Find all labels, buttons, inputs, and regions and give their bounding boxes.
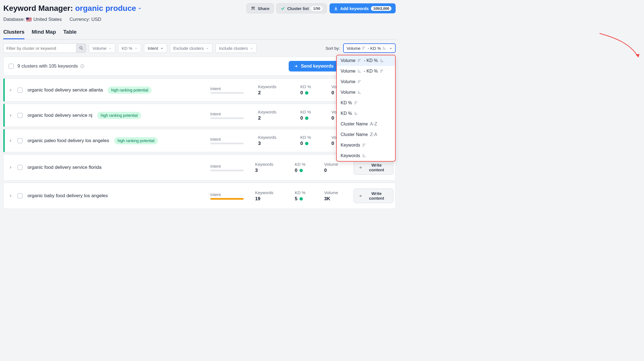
sort-option-label: KD % (341, 111, 352, 116)
add-keywords-count: 105/2,000 (371, 6, 391, 11)
cluster-title[interactable]: organic food delivery service florida (28, 165, 101, 170)
sort-by-dropdown[interactable]: Volume - KD % (343, 43, 396, 53)
sort-option-label: Volume (341, 69, 355, 74)
exclude-clusters-filter[interactable]: Exclude clusters (170, 43, 213, 53)
row-checkbox[interactable] (18, 165, 23, 170)
check-icon (281, 6, 285, 11)
row-checkbox[interactable] (18, 113, 23, 118)
keywords-label: Keywords (258, 84, 291, 89)
sort-option[interactable]: Volume (337, 76, 395, 87)
sort-option-label-b: - KD % (364, 69, 378, 74)
volume-filter[interactable]: Volume (89, 43, 115, 53)
include-clusters-filter[interactable]: Include clusters (215, 43, 257, 53)
info-icon[interactable] (80, 64, 84, 68)
row-checkbox[interactable] (18, 138, 23, 143)
sort-desc-icon (358, 80, 361, 83)
intent-bar (210, 117, 244, 119)
volume-filter-label: Volume (93, 46, 106, 51)
tab-mindmap[interactable]: Mind Map (32, 27, 56, 39)
expand-chevron-icon[interactable] (9, 88, 13, 92)
kd-label: KD % (300, 110, 323, 114)
sort-option[interactable]: Cluster NameA-Z (337, 119, 395, 129)
row-checkbox[interactable] (18, 193, 23, 198)
sort-desc-icon (362, 144, 366, 147)
svg-point-1 (253, 7, 255, 8)
database-label-wrap: Database: United States (3, 17, 62, 22)
kd-filter[interactable]: KD % (118, 43, 141, 53)
expand-chevron-icon[interactable] (9, 194, 13, 198)
keywords-value: 3 (255, 168, 286, 173)
cluster-title[interactable]: organic paleo food delivery los angeles (28, 138, 109, 144)
write-content-button[interactable]: Write content (354, 189, 393, 203)
kd-label: KD % (300, 84, 323, 89)
sort-asc-icon (358, 70, 361, 73)
page-title-static: Keyword Manager: (3, 4, 73, 13)
sort-desc-icon (362, 46, 366, 50)
volume-value: 0 (324, 168, 345, 173)
share-button[interactable]: Share (246, 3, 274, 13)
send-icon (358, 194, 362, 198)
intent-bar (210, 143, 244, 144)
tab-clusters[interactable]: Clusters (3, 27, 24, 39)
sort-option[interactable]: Volume (337, 87, 395, 98)
write-content-button[interactable]: Write content (354, 160, 393, 175)
view-tabs: Clusters Mind Map Table (2, 27, 397, 39)
kd-dot-icon (305, 142, 308, 145)
send-keywords-button[interactable]: Send keywords (289, 61, 338, 71)
sort-asc-icon (383, 46, 386, 50)
svg-line-3 (82, 49, 83, 50)
svg-point-43 (82, 65, 83, 66)
cluster-title[interactable]: organic baby food delivery los angeles (28, 193, 108, 199)
kd-filter-label: KD % (122, 46, 132, 51)
exclude-clusters-label: Exclude clusters (173, 46, 204, 51)
kd-value: 0 (295, 168, 315, 173)
expand-chevron-icon[interactable] (9, 139, 13, 143)
keyword-list-dropdown[interactable]: organic produce (75, 4, 142, 13)
sort-option[interactable]: KD % (337, 108, 395, 119)
sort-option[interactable]: Volume- KD % (337, 66, 395, 76)
sort-option[interactable]: Volume- KD % (337, 55, 395, 66)
sort-asc-icon (362, 154, 366, 157)
tab-table[interactable]: Table (63, 27, 77, 39)
svg-point-2 (80, 47, 82, 49)
chevron-down-icon (138, 6, 142, 10)
high-ranking-potential-tag: high ranking potential (114, 137, 158, 144)
keywords-label: Keywords (255, 190, 286, 195)
chevron-down-icon (389, 47, 392, 50)
cluster-title[interactable]: organic food delivery service nj (28, 113, 92, 118)
expand-chevron-icon[interactable] (9, 165, 13, 169)
add-keywords-button[interactable]: Add keywords 105/2,000 (330, 3, 396, 13)
database-value: United States (33, 17, 62, 22)
sort-option[interactable]: Keywords (337, 150, 395, 161)
intent-filter-label: Intent (148, 46, 158, 51)
sort-option[interactable]: Cluster NameZ-A (337, 129, 395, 140)
filter-search-button[interactable] (76, 43, 86, 53)
sort-option-label: Cluster Name (341, 132, 368, 137)
volume-label: Volume (324, 190, 345, 195)
kd-value: 0 (300, 90, 323, 96)
intent-label: Intent (210, 137, 249, 142)
add-keywords-label: Add keywords (340, 6, 369, 11)
send-icon (294, 64, 298, 68)
row-checkbox[interactable] (18, 88, 23, 93)
sort-option-suffix: Z-A (370, 132, 377, 137)
kd-value: 0 (300, 115, 323, 121)
currency-label: Currency: (69, 17, 90, 22)
cluster-list-label: Cluster list (287, 6, 309, 11)
expand-chevron-icon[interactable] (9, 113, 13, 117)
kd-value: 0 (300, 141, 323, 146)
intent-filter[interactable]: Intent (144, 43, 167, 53)
sort-option[interactable]: Keywords (337, 140, 395, 150)
intent-bar (210, 170, 244, 171)
cluster-list-button[interactable]: Cluster list 1/50 (276, 3, 327, 13)
filter-input[interactable] (3, 43, 76, 53)
chevron-down-icon (206, 47, 209, 50)
currency-value: USD (91, 17, 101, 22)
select-all-checkbox[interactable] (9, 64, 14, 69)
include-clusters-label: Include clusters (219, 46, 248, 51)
cluster-title[interactable]: organic food delivery service atlanta (28, 87, 103, 93)
intent-label: Intent (210, 112, 249, 116)
sort-option-label: Volume (341, 58, 355, 63)
sort-current-a: Volume (346, 46, 360, 51)
sort-option[interactable]: KD % (337, 98, 395, 108)
